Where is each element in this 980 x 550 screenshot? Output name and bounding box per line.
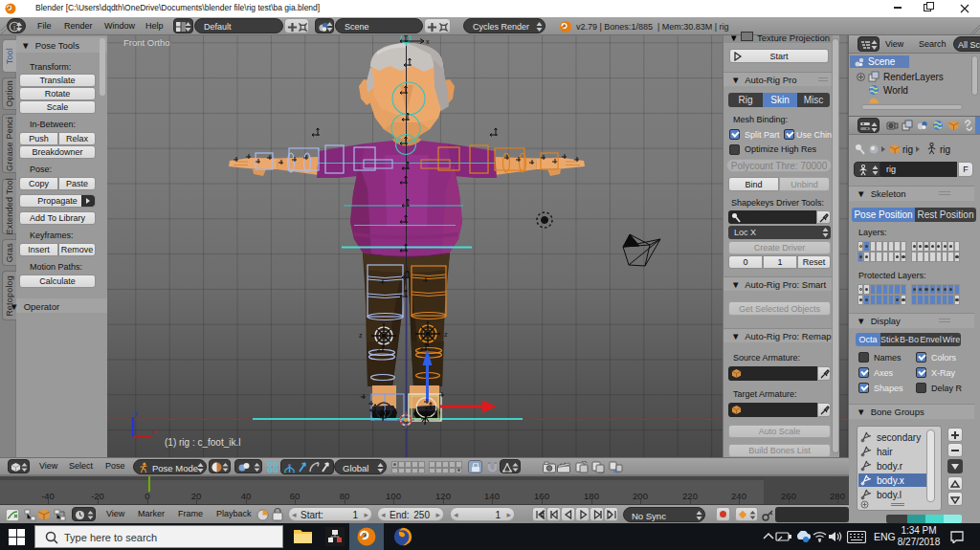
svg-text:x: x <box>426 38 430 45</box>
svg-text:(1) rig : c_foot_ik.l: (1) rig : c_foot_ik.l <box>165 437 240 448</box>
svg-text:z: z <box>444 331 448 338</box>
svg-text:z: z <box>359 332 363 339</box>
svg-text:z: z <box>134 409 138 418</box>
svg-text:x: x <box>153 428 157 436</box>
svg-text:Front Ortho: Front Ortho <box>123 37 170 48</box>
